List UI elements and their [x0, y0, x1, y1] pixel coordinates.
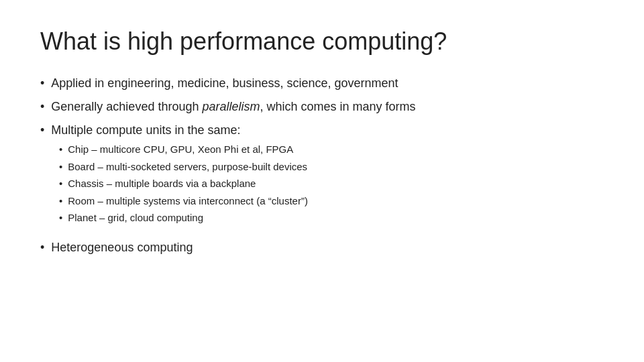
italic-text: parallelism — [202, 100, 260, 113]
sub-bullet-text: Chassis – multiple boards via a backplan… — [68, 176, 256, 192]
bullet-text: Multiple compute units in the same: — [51, 121, 240, 139]
bullet-dot: • — [40, 239, 44, 257]
sub-bullet-text: Room – multiple systems via interconnect… — [68, 194, 308, 209]
bullet-dot: • — [40, 121, 44, 139]
sub-bullet-list: • Chip – multicore CPU, GPU, Xeon Phi et… — [59, 142, 308, 228]
sub-bullet-dot: • — [59, 142, 62, 158]
slide-title: What is high performance computing? — [40, 27, 604, 56]
list-item: • Room – multiple systems via interconne… — [59, 194, 308, 209]
bullet-text: Generally achieved through parallelism, … — [51, 98, 415, 116]
bullet-dot: • — [40, 98, 44, 116]
list-item: • Planet – grid, cloud computing — [59, 210, 308, 226]
sub-bullet-dot: • — [59, 176, 62, 192]
sub-bullet-text: Planet – grid, cloud computing — [68, 210, 203, 226]
list-item: • Applied in engineering, medicine, busi… — [40, 74, 604, 93]
bullet-text: Applied in engineering, medicine, busine… — [51, 74, 398, 93]
bullet-dot: • — [40, 74, 44, 93]
sub-bullet-dot: • — [59, 210, 62, 226]
list-item: • Board – multi-socketed servers, purpos… — [59, 160, 308, 175]
list-item: • Generally achieved through parallelism… — [40, 98, 604, 116]
sub-bullet-text: Chip – multicore CPU, GPU, Xeon Phi et a… — [68, 142, 293, 158]
sub-bullet-dot: • — [59, 160, 62, 175]
slide: What is high performance computing? • Ap… — [0, 0, 644, 362]
sub-bullet-text: Board – multi-socketed servers, purpose-… — [68, 160, 307, 175]
list-item: • Chassis – multiple boards via a backpl… — [59, 176, 308, 192]
list-item: • Multiple compute units in the same: • … — [40, 121, 604, 233]
bullet-text: Heterogeneous computing — [51, 239, 193, 257]
sub-bullet-dot: • — [59, 194, 62, 209]
text-before: Generally achieved through — [51, 100, 202, 113]
list-item: • Chip – multicore CPU, GPU, Xeon Phi et… — [59, 142, 308, 158]
text-after: , which comes in many forms — [260, 100, 415, 113]
list-item: • Heterogeneous computing — [40, 239, 604, 257]
main-bullet-list: • Applied in engineering, medicine, busi… — [40, 74, 604, 262]
